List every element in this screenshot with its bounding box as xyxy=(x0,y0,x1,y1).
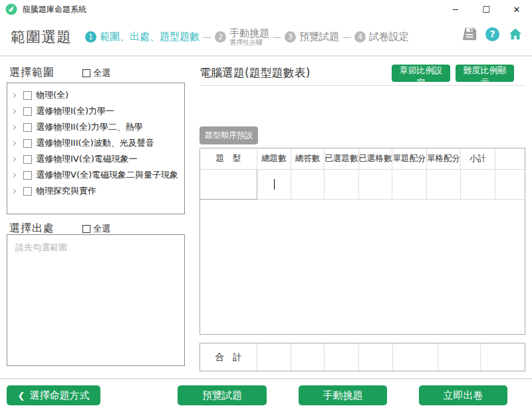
difficulty-ratio-button[interactable]: 難度比例顯示 xyxy=(456,65,514,82)
step-4-number: 4 xyxy=(354,31,366,43)
total-cell xyxy=(359,343,393,371)
col-header-type: 題 型 xyxy=(200,148,257,170)
page-title: 範圍選題 xyxy=(11,27,72,47)
tree-checkbox[interactable] xyxy=(23,123,32,132)
tree-item-elective-1[interactable]: › 選修物理I(全)力學一 xyxy=(7,103,184,119)
chevron-left-icon: ❮ xyxy=(18,391,25,401)
step-3-label: 預覽試題 xyxy=(299,31,339,43)
table-data-row xyxy=(200,170,525,200)
tree-item-elective-5[interactable]: › 選修物理V(全)電磁現象二與量子現象 xyxy=(7,167,184,183)
tree-checkbox[interactable] xyxy=(23,139,32,148)
step-3-number: 3 xyxy=(285,31,296,43)
selected-questions-cell[interactable] xyxy=(325,170,359,200)
total-cell xyxy=(481,343,525,371)
tree-checkbox[interactable] xyxy=(23,187,32,196)
step-1-label: 範圍、出處、題型題數 xyxy=(100,31,200,43)
total-questions-input-cell[interactable] xyxy=(257,170,291,200)
expand-chevron-icon[interactable]: › xyxy=(13,91,23,101)
col-header-subtotal: 小計 xyxy=(461,148,495,170)
source-select-all[interactable]: 全選 xyxy=(82,223,110,235)
type-select-cell[interactable] xyxy=(200,170,257,200)
maximize-button[interactable]: ☐ xyxy=(471,0,501,19)
step-separator: — xyxy=(273,32,281,42)
main-divider xyxy=(200,85,525,86)
extra-cell xyxy=(495,170,525,200)
total-cell xyxy=(257,343,291,371)
expand-chevron-icon[interactable]: › xyxy=(13,154,23,164)
source-section-title: 選擇出處 xyxy=(9,222,55,236)
main-panel-title: 電腦選題(題型題數表) xyxy=(200,65,310,81)
tree-item-elective-2[interactable]: › 選修物理II(全)力學二、熱學 xyxy=(7,119,184,135)
subtotal-cell[interactable] xyxy=(461,170,495,200)
range-select-all-checkbox[interactable] xyxy=(82,69,90,77)
tree-item-elective-4[interactable]: › 選修物理IV(全)電磁現象一 xyxy=(7,151,184,167)
col-header-selected-blanks: 已選格數 xyxy=(359,148,392,170)
range-section-title: 選擇範圍 xyxy=(9,66,55,80)
tree-checkbox[interactable] xyxy=(23,91,32,100)
window-title: 龍騰題庫命題系統 xyxy=(23,4,86,15)
question-type-table: 題 型 總題數 總答數 已選題數 已選格數 單題配分 單格配分 小計 xyxy=(200,148,525,335)
col-header-points-per-blank: 單格配分 xyxy=(427,148,461,170)
table-header-row: 題 型 總題數 總答數 已選題數 已選格數 單題配分 單格配分 小計 xyxy=(200,148,525,170)
total-answers-cell[interactable] xyxy=(291,170,325,200)
points-per-blank-cell[interactable] xyxy=(427,170,461,200)
preview-questions-button[interactable]: 預覽試題 xyxy=(178,385,267,405)
range-select-all[interactable]: 全選 xyxy=(82,67,110,79)
step-2-label: 手動挑題 xyxy=(229,28,269,39)
source-placeholder: 請先勾選範圍 xyxy=(15,242,67,252)
total-cell xyxy=(325,343,359,371)
step-3: 3 預覽試題 xyxy=(285,31,339,43)
step-1: 1 範圍、出處、題型題數 xyxy=(85,31,200,43)
col-header-total-questions: 總題數 xyxy=(257,148,291,170)
selected-blanks-cell[interactable] xyxy=(359,170,392,200)
step-1-number: 1 xyxy=(85,31,96,43)
total-row-label: 合 計 xyxy=(200,343,257,371)
back-to-mode-button[interactable]: ❮ 選擇命題方式 xyxy=(7,385,100,405)
tree-item-elective-3[interactable]: › 選修物理III(全)波動、光及聲音 xyxy=(7,135,184,151)
expand-chevron-icon[interactable]: › xyxy=(13,138,23,148)
generate-paper-button[interactable]: 立即出卷 xyxy=(419,385,507,405)
home-icon[interactable] xyxy=(508,27,523,41)
expand-chevron-icon[interactable]: › xyxy=(13,170,23,180)
source-select-all-checkbox[interactable] xyxy=(82,225,90,233)
tree-item-inquiry-practice[interactable]: › 物理探究與實作 xyxy=(7,183,184,199)
tree-checkbox[interactable] xyxy=(23,155,32,164)
step-indicator: 1 範圍、出處、題型題數 — 2 手動挑題 選擇性步驟 — 3 預覽試題 — 4 xyxy=(85,28,409,47)
save-icon[interactable] xyxy=(462,27,477,41)
question-order-badge: 題型順序預設 xyxy=(200,126,258,144)
text-caret xyxy=(274,179,275,190)
step-2-number: 2 xyxy=(215,31,226,43)
points-per-question-cell[interactable] xyxy=(392,170,427,200)
manual-pick-button[interactable]: 手動挑題 xyxy=(299,385,387,405)
expand-chevron-icon[interactable]: › xyxy=(13,186,23,196)
page-header: 範圍選題 1 範圍、出處、題型題數 — 2 手動挑題 選擇性步驟 — 3 預覽試… xyxy=(0,19,532,57)
footer-divider xyxy=(0,378,532,379)
chapter-ratio-button[interactable]: 章節比例設定 xyxy=(392,65,450,82)
range-section-header: 選擇範圍 全選 xyxy=(9,66,186,80)
tree-checkbox[interactable] xyxy=(23,171,32,180)
col-header-extra xyxy=(495,148,525,170)
step-separator: — xyxy=(203,32,211,42)
close-button[interactable]: ✕ xyxy=(501,0,532,19)
help-icon[interactable]: ? xyxy=(485,27,499,41)
step-4-label: 試卷設定 xyxy=(369,31,409,43)
range-tree: › 物理(全) › 選修物理I(全)力學一 › 選修物理II(全)力學二、熱學 … xyxy=(7,83,185,214)
step-separator: — xyxy=(342,32,351,42)
tree-checkbox[interactable] xyxy=(23,107,32,116)
total-cell xyxy=(393,343,438,371)
minimize-button[interactable]: ─ xyxy=(440,0,471,19)
total-row-table: 合 計 xyxy=(200,343,525,371)
source-list-box: 請先勾選範圍 xyxy=(7,234,185,366)
source-section-header: 選擇出處 全選 xyxy=(9,222,186,236)
total-cell xyxy=(291,343,325,371)
tree-item-physics-all[interactable]: › 物理(全) xyxy=(7,87,184,103)
col-header-selected-questions: 已選題數 xyxy=(325,148,359,170)
step-4: 4 試卷設定 xyxy=(354,31,409,43)
col-header-total-answers: 總答數 xyxy=(291,148,325,170)
step-2: 2 手動挑題 選擇性步驟 xyxy=(215,28,269,47)
total-cell xyxy=(438,343,481,371)
expand-chevron-icon[interactable]: › xyxy=(13,106,23,116)
expand-chevron-icon[interactable]: › xyxy=(13,122,23,132)
col-header-points-per-question: 單題配分 xyxy=(392,148,427,170)
title-bar: 龍騰題庫命題系統 ─ ☐ ✕ xyxy=(0,0,532,19)
